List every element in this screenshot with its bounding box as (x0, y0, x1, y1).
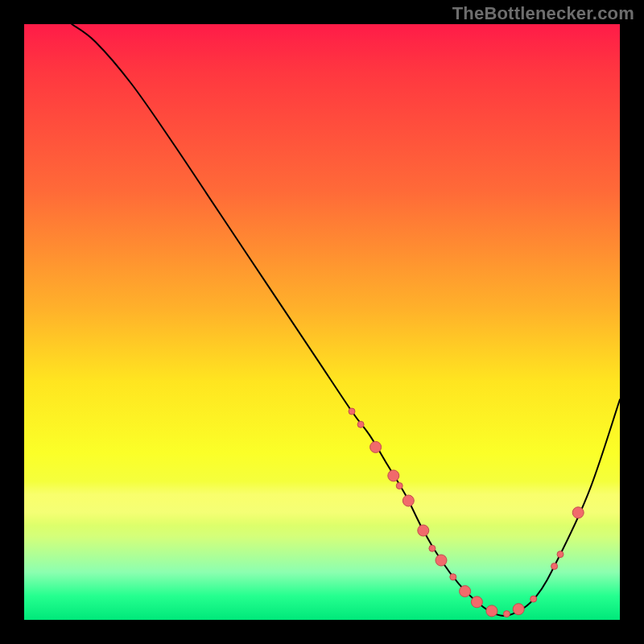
watermark-text: TheBottlenecker.com (452, 3, 634, 24)
data-marker-7 (429, 545, 436, 551)
data-marker-18 (572, 507, 584, 518)
data-marker-9 (450, 574, 456, 580)
data-marker-15 (530, 596, 537, 602)
data-marker-11 (471, 597, 482, 608)
data-marker-6 (418, 525, 429, 536)
data-marker-13 (503, 611, 510, 617)
data-marker-10 (460, 585, 471, 597)
data-marker-0 (349, 408, 355, 415)
data-marker-1 (357, 421, 364, 427)
data-marker-5 (402, 495, 414, 506)
data-marker-14 (513, 604, 524, 615)
data-marker-4 (396, 483, 402, 489)
plot-area (24, 24, 620, 620)
data-marker-3 (388, 470, 399, 481)
chart-svg (24, 24, 620, 620)
data-marker-2 (370, 441, 382, 452)
data-marker-16 (551, 563, 558, 569)
data-marker-12 (486, 605, 497, 617)
data-marker-8 (436, 555, 447, 566)
bottleneck-curve (72, 24, 620, 616)
data-marker-17 (557, 551, 564, 558)
